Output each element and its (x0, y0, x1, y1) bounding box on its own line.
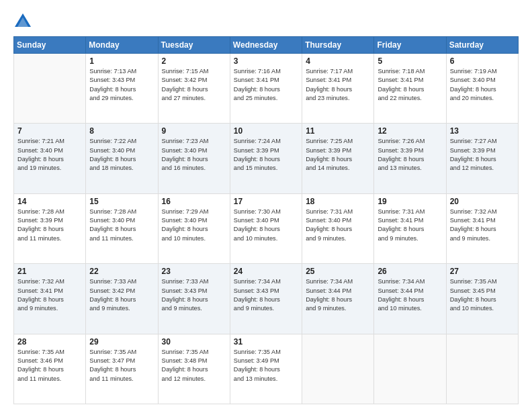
day-info: Sunrise: 7:32 AM Sunset: 3:41 PM Dayligh… (17, 277, 82, 313)
day-header-saturday: Saturday (446, 37, 518, 54)
day-info: Sunrise: 7:32 AM Sunset: 3:41 PM Dayligh… (450, 208, 515, 243)
day-number: 9 (162, 126, 226, 136)
day-info: Sunrise: 7:34 AM Sunset: 3:44 PM Dayligh… (306, 277, 370, 313)
calendar-day-cell: 12Sunrise: 7:26 AM Sunset: 3:39 PM Dayli… (374, 124, 446, 193)
day-info: Sunrise: 7:28 AM Sunset: 3:40 PM Dayligh… (89, 208, 154, 243)
calendar-empty-cell (446, 334, 518, 404)
calendar-day-cell: 3Sunrise: 7:16 AM Sunset: 3:41 PM Daylig… (230, 54, 302, 124)
day-number: 5 (378, 56, 442, 66)
calendar-day-cell: 9Sunrise: 7:23 AM Sunset: 3:40 PM Daylig… (158, 124, 230, 193)
page: SundayMondayTuesdayWednesdayThursdayFrid… (0, 0, 532, 411)
calendar-day-cell: 25Sunrise: 7:34 AM Sunset: 3:44 PM Dayli… (302, 264, 374, 334)
day-info: Sunrise: 7:31 AM Sunset: 3:41 PM Dayligh… (378, 208, 442, 243)
day-info: Sunrise: 7:16 AM Sunset: 3:41 PM Dayligh… (234, 67, 298, 103)
day-info: Sunrise: 7:35 AM Sunset: 3:49 PM Dayligh… (234, 348, 298, 383)
day-number: 3 (234, 56, 298, 66)
day-number: 8 (89, 126, 154, 136)
day-info: Sunrise: 7:28 AM Sunset: 3:39 PM Dayligh… (17, 208, 82, 243)
day-info: Sunrise: 7:34 AM Sunset: 3:43 PM Dayligh… (234, 277, 298, 313)
day-header-monday: Monday (86, 37, 158, 54)
calendar-empty-cell (14, 54, 86, 124)
day-info: Sunrise: 7:17 AM Sunset: 3:41 PM Dayligh… (306, 67, 370, 103)
day-number: 27 (450, 267, 515, 276)
day-number: 17 (234, 197, 298, 206)
day-header-sunday: Sunday (14, 37, 86, 54)
day-number: 10 (234, 126, 298, 136)
day-number: 23 (162, 267, 226, 276)
day-number: 28 (17, 337, 82, 347)
day-info: Sunrise: 7:34 AM Sunset: 3:44 PM Dayligh… (378, 277, 442, 313)
day-number: 22 (89, 267, 154, 276)
calendar-day-cell: 29Sunrise: 7:35 AM Sunset: 3:47 PM Dayli… (86, 334, 158, 404)
day-number: 15 (89, 197, 154, 206)
day-info: Sunrise: 7:24 AM Sunset: 3:39 PM Dayligh… (234, 137, 298, 173)
day-info: Sunrise: 7:23 AM Sunset: 3:40 PM Dayligh… (162, 137, 226, 173)
day-number: 4 (306, 56, 370, 66)
calendar-day-cell: 18Sunrise: 7:31 AM Sunset: 3:40 PM Dayli… (302, 193, 374, 263)
calendar-week-row: 21Sunrise: 7:32 AM Sunset: 3:41 PM Dayli… (14, 264, 519, 334)
day-number: 11 (306, 126, 370, 136)
calendar-week-row: 14Sunrise: 7:28 AM Sunset: 3:39 PM Dayli… (14, 193, 519, 263)
calendar-day-cell: 24Sunrise: 7:34 AM Sunset: 3:43 PM Dayli… (230, 264, 302, 334)
day-number: 16 (162, 197, 226, 206)
day-header-tuesday: Tuesday (158, 37, 230, 54)
calendar-day-cell: 1Sunrise: 7:13 AM Sunset: 3:43 PM Daylig… (86, 54, 158, 124)
calendar-day-cell: 10Sunrise: 7:24 AM Sunset: 3:39 PM Dayli… (230, 124, 302, 193)
calendar-header-row: SundayMondayTuesdayWednesdayThursdayFrid… (14, 37, 519, 54)
calendar-day-cell: 31Sunrise: 7:35 AM Sunset: 3:49 PM Dayli… (230, 334, 302, 404)
day-info: Sunrise: 7:19 AM Sunset: 3:40 PM Dayligh… (450, 67, 515, 103)
calendar-day-cell: 2Sunrise: 7:15 AM Sunset: 3:42 PM Daylig… (158, 54, 230, 124)
day-info: Sunrise: 7:35 AM Sunset: 3:48 PM Dayligh… (162, 348, 226, 383)
calendar-day-cell: 14Sunrise: 7:28 AM Sunset: 3:39 PM Dayli… (14, 193, 86, 263)
calendar-day-cell: 20Sunrise: 7:32 AM Sunset: 3:41 PM Dayli… (446, 193, 518, 263)
day-number: 26 (378, 267, 442, 276)
calendar-day-cell: 26Sunrise: 7:34 AM Sunset: 3:44 PM Dayli… (374, 264, 446, 334)
calendar-day-cell: 11Sunrise: 7:25 AM Sunset: 3:39 PM Dayli… (302, 124, 374, 193)
day-number: 25 (306, 267, 370, 276)
day-number: 18 (306, 197, 370, 206)
calendar-day-cell: 28Sunrise: 7:35 AM Sunset: 3:46 PM Dayli… (14, 334, 86, 404)
header (13, 12, 519, 31)
day-info: Sunrise: 7:15 AM Sunset: 3:42 PM Dayligh… (162, 67, 226, 103)
day-info: Sunrise: 7:31 AM Sunset: 3:40 PM Dayligh… (306, 208, 370, 243)
calendar-day-cell: 15Sunrise: 7:28 AM Sunset: 3:40 PM Dayli… (86, 193, 158, 263)
day-number: 30 (162, 337, 226, 347)
day-number: 13 (450, 126, 515, 136)
day-info: Sunrise: 7:18 AM Sunset: 3:41 PM Dayligh… (378, 67, 442, 103)
day-number: 21 (17, 267, 82, 276)
day-number: 1 (89, 56, 154, 66)
day-number: 29 (89, 337, 154, 347)
day-header-thursday: Thursday (302, 37, 374, 54)
day-info: Sunrise: 7:22 AM Sunset: 3:40 PM Dayligh… (89, 137, 154, 173)
day-number: 6 (450, 56, 515, 66)
day-info: Sunrise: 7:25 AM Sunset: 3:39 PM Dayligh… (306, 137, 370, 173)
day-header-friday: Friday (374, 37, 446, 54)
day-header-wednesday: Wednesday (230, 37, 302, 54)
calendar-day-cell: 21Sunrise: 7:32 AM Sunset: 3:41 PM Dayli… (14, 264, 86, 334)
calendar-day-cell: 17Sunrise: 7:30 AM Sunset: 3:40 PM Dayli… (230, 193, 302, 263)
day-info: Sunrise: 7:13 AM Sunset: 3:43 PM Dayligh… (89, 67, 154, 103)
calendar-day-cell: 6Sunrise: 7:19 AM Sunset: 3:40 PM Daylig… (446, 54, 518, 124)
calendar-day-cell: 27Sunrise: 7:35 AM Sunset: 3:45 PM Dayli… (446, 264, 518, 334)
day-info: Sunrise: 7:33 AM Sunset: 3:42 PM Dayligh… (89, 277, 154, 313)
day-number: 2 (162, 56, 226, 66)
calendar-day-cell: 19Sunrise: 7:31 AM Sunset: 3:41 PM Dayli… (374, 193, 446, 263)
calendar-empty-cell (302, 334, 374, 404)
calendar-day-cell: 5Sunrise: 7:18 AM Sunset: 3:41 PM Daylig… (374, 54, 446, 124)
calendar-day-cell: 13Sunrise: 7:27 AM Sunset: 3:39 PM Dayli… (446, 124, 518, 193)
logo (13, 12, 35, 31)
calendar-day-cell: 8Sunrise: 7:22 AM Sunset: 3:40 PM Daylig… (86, 124, 158, 193)
day-number: 31 (234, 337, 298, 347)
day-number: 24 (234, 267, 298, 276)
calendar-day-cell: 23Sunrise: 7:33 AM Sunset: 3:43 PM Dayli… (158, 264, 230, 334)
logo-icon (13, 12, 32, 31)
calendar-week-row: 7Sunrise: 7:21 AM Sunset: 3:40 PM Daylig… (14, 124, 519, 193)
day-info: Sunrise: 7:27 AM Sunset: 3:39 PM Dayligh… (450, 137, 515, 173)
calendar-day-cell: 30Sunrise: 7:35 AM Sunset: 3:48 PM Dayli… (158, 334, 230, 404)
day-info: Sunrise: 7:30 AM Sunset: 3:40 PM Dayligh… (234, 208, 298, 243)
day-info: Sunrise: 7:21 AM Sunset: 3:40 PM Dayligh… (17, 137, 82, 173)
day-number: 14 (17, 197, 82, 206)
day-number: 12 (378, 126, 442, 136)
calendar-table: SundayMondayTuesdayWednesdayThursdayFrid… (13, 36, 519, 404)
calendar-day-cell: 22Sunrise: 7:33 AM Sunset: 3:42 PM Dayli… (86, 264, 158, 334)
